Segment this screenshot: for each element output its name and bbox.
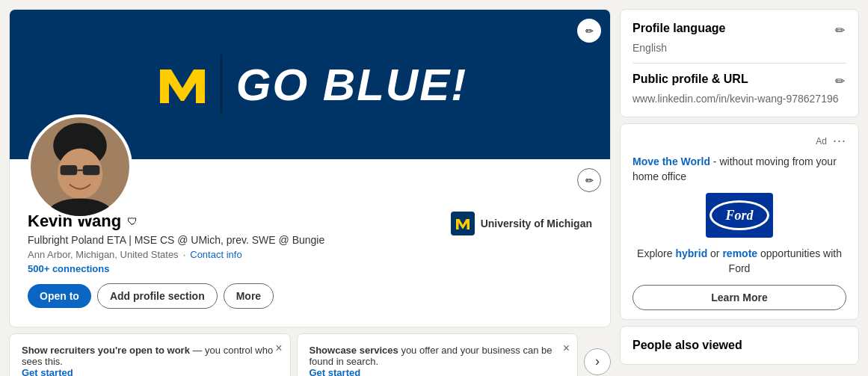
- action-buttons: Open to Add profile section More: [28, 283, 592, 309]
- contact-info-link[interactable]: Contact info: [190, 249, 241, 260]
- avatar: [28, 114, 132, 219]
- ad-header: Ad ···: [632, 133, 846, 149]
- profile-card: GO BLUE!: [9, 9, 611, 327]
- connections-count[interactable]: 500+ connections: [28, 263, 324, 274]
- ad-card: Ad ··· Move the World - without moving f…: [620, 123, 859, 320]
- public-profile-title: Public profile & URL: [632, 73, 748, 86]
- public-profile-row: Public profile & URL: [632, 73, 846, 90]
- close-icon: [563, 342, 570, 354]
- divider: [632, 63, 846, 64]
- close-recruiters-button[interactable]: [275, 342, 282, 355]
- services-bold: Showcase services: [310, 345, 398, 356]
- recruiters-notification: Show recruiters you're open to work — yo…: [9, 333, 291, 376]
- edit-profile-language-button[interactable]: [834, 22, 846, 39]
- ad-slogan-highlight: Move the World: [632, 155, 710, 167]
- profile-language-card: Profile language English Public profile …: [620, 9, 859, 117]
- ford-text: Ford: [725, 208, 753, 224]
- add-profile-section-button[interactable]: Add profile section: [97, 283, 218, 309]
- pencil-icon: [585, 175, 594, 186]
- people-also-viewed-card: People also viewed: [620, 326, 859, 365]
- ad-desc-highlight2: remote: [722, 247, 757, 259]
- main-panel: GO BLUE!: [9, 9, 611, 376]
- univ-m-icon: [454, 215, 472, 232]
- scroll-right-button[interactable]: [584, 348, 611, 375]
- pencil-icon: [835, 24, 845, 37]
- university-badge: University of Michigan: [451, 212, 592, 235]
- profile-language-row: Profile language: [632, 22, 846, 39]
- svg-marker-9: [456, 219, 470, 229]
- recruiters-cta[interactable]: Get started: [22, 367, 73, 376]
- chevron-right-icon: [595, 354, 600, 369]
- ad-desc-highlight1: hybrid: [675, 247, 707, 259]
- ad-label: Ad: [816, 136, 827, 147]
- edit-profile-button[interactable]: [577, 168, 601, 192]
- university-name: University of Michigan: [481, 218, 592, 229]
- public-profile-url: www.linkedin.com/in/kevin-wang-978627196: [632, 93, 846, 105]
- profile-headline: Fulbright Poland ETA | MSE CS @ UMich, p…: [28, 234, 324, 246]
- people-also-viewed-title: People also viewed: [632, 339, 846, 352]
- recruiters-text: Show recruiters you're open to work — yo…: [22, 345, 278, 367]
- ad-options-icon[interactable]: ···: [833, 133, 846, 149]
- profile-language-value: English: [632, 42, 846, 54]
- ford-logo: Ford: [706, 193, 773, 238]
- avatar-wrapper: [28, 114, 132, 219]
- ad-slogan: Move the World - without moving from you…: [632, 155, 846, 184]
- ad-description: Explore hybrid or remote opportunities w…: [632, 247, 846, 276]
- edit-banner-button[interactable]: [577, 19, 601, 43]
- services-text: Showcase services you offer and your bus…: [310, 345, 566, 367]
- close-icon: [275, 342, 282, 354]
- ad-desc-2: or: [707, 247, 722, 259]
- dot-separator: ·: [183, 249, 186, 260]
- university-logo: [451, 212, 475, 235]
- pencil-icon: [835, 75, 845, 87]
- open-to-button[interactable]: Open to: [28, 284, 91, 308]
- profile-location: Ann Arbor, Michigan, United States · Con…: [28, 249, 324, 260]
- svg-rect-5: [61, 165, 78, 175]
- ad-desc-1: Explore: [637, 247, 675, 259]
- location-text: Ann Arbor, Michigan, United States: [28, 249, 179, 260]
- more-button[interactable]: More: [224, 283, 274, 309]
- services-cta[interactable]: Get started: [310, 367, 361, 376]
- banner-content: GO BLUE!: [153, 55, 467, 114]
- go-blue-text: GO BLUE!: [236, 59, 467, 111]
- avatar-image: [31, 114, 129, 219]
- banner-divider: [220, 55, 223, 114]
- profile-info-section: Kevin Wang Fulbright Poland ETA | MSE CS…: [10, 159, 610, 327]
- learn-more-button[interactable]: Learn More: [632, 285, 846, 310]
- services-notification: Showcase services you offer and your bus…: [297, 333, 579, 376]
- profile-left: Kevin Wang Fulbright Poland ETA | MSE CS…: [28, 212, 324, 283]
- ford-oval: Ford: [710, 200, 769, 230]
- profile-language-title: Profile language: [632, 22, 725, 35]
- notification-row: Show recruiters you're open to work — yo…: [9, 333, 611, 376]
- pencil-icon: [585, 25, 594, 37]
- sidebar: Profile language English Public profile …: [620, 9, 859, 376]
- ford-logo-container: Ford: [632, 193, 846, 238]
- svg-rect-6: [83, 165, 100, 175]
- edit-public-profile-button[interactable]: [834, 73, 846, 90]
- recruiters-bold: Show recruiters you're open to work: [22, 345, 190, 356]
- michigan-m-logo: [153, 55, 212, 114]
- close-services-button[interactable]: [563, 342, 570, 355]
